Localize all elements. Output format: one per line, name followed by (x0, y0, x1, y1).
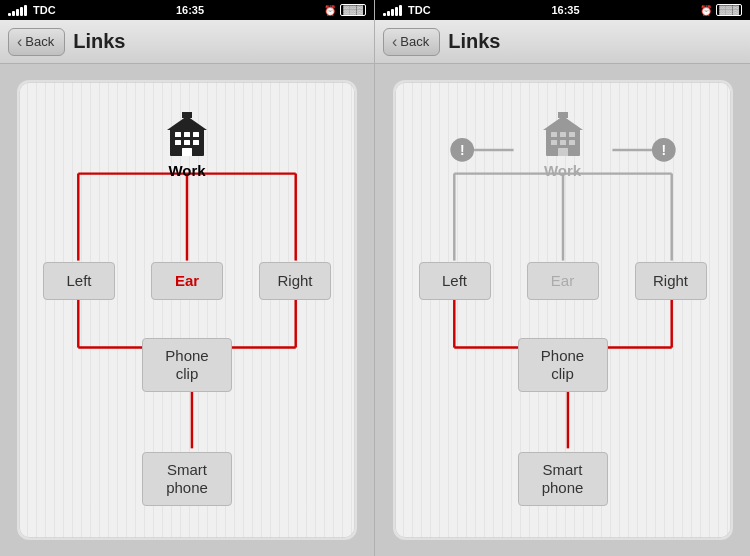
nav-bar-2: ‹ Back Links (375, 20, 750, 64)
bar5-2 (399, 5, 402, 16)
bar4 (20, 7, 23, 16)
bar3-2 (391, 9, 394, 16)
bar3 (16, 9, 19, 16)
svg-marker-36 (543, 116, 583, 130)
svg-rect-39 (560, 132, 566, 137)
work-node-1: Work (162, 110, 212, 179)
screen-1: Work Left Ear Right Phone clip (0, 64, 374, 556)
svg-rect-13 (175, 132, 181, 137)
right-node-1[interactable]: Right (259, 262, 331, 300)
signal-bars-1 (8, 5, 27, 16)
carrier-1: TDC (33, 4, 56, 16)
battery-icon-2: ▓▓▓ (716, 4, 742, 16)
svg-rect-37 (558, 112, 568, 118)
back-label-1: Back (25, 34, 54, 49)
bar4-2 (395, 7, 398, 16)
svg-text:!: ! (661, 142, 666, 158)
svg-rect-40 (569, 132, 575, 137)
alarm-icon-1: ⏰ (324, 5, 336, 16)
time-1: 16:35 (176, 4, 204, 16)
svg-point-31 (450, 138, 474, 162)
smartphone-node-2[interactable]: Smart phone (518, 452, 608, 506)
phoneclip-node-2[interactable]: Phone clip (518, 338, 608, 392)
alarm-icon-2: ⏰ (700, 5, 712, 16)
smartphone-node-1[interactable]: Smart phone (142, 452, 232, 506)
svg-point-33 (651, 138, 675, 162)
work-label-1: Work (168, 162, 205, 179)
signal-bars-2 (383, 5, 402, 16)
screen-2: ! ! (375, 64, 750, 556)
back-label-2: Back (400, 34, 429, 49)
svg-rect-43 (569, 140, 575, 145)
work-label-2: Work (544, 162, 581, 179)
back-arrow-1: ‹ (17, 33, 22, 51)
back-button-2[interactable]: ‹ Back (383, 28, 440, 56)
time-2: 16:35 (551, 4, 579, 16)
diagram-card-1: Work Left Ear Right Phone clip (17, 80, 357, 540)
phone-2: TDC 16:35 ⏰ ▓▓▓ ‹ Back Links (375, 0, 750, 556)
nav-bar-1: ‹ Back Links (0, 20, 374, 64)
svg-rect-14 (184, 132, 190, 137)
carrier-2: TDC (408, 4, 431, 16)
building-icon-1 (162, 110, 212, 160)
building-icon-2 (538, 110, 588, 160)
bar2 (12, 11, 15, 16)
work-node-2: Work (538, 110, 588, 179)
svg-rect-18 (193, 140, 199, 145)
phone-1: TDC 16:35 ⏰ ▓▓▓ ‹ Back Links (0, 0, 375, 556)
battery-icon-1: ▓▓▓ (340, 4, 366, 16)
bar1-2 (383, 13, 386, 16)
svg-rect-15 (193, 132, 199, 137)
bar2-2 (387, 11, 390, 16)
bar1 (8, 13, 11, 16)
back-arrow-2: ‹ (392, 33, 397, 51)
ear-node-2[interactable]: Ear (527, 262, 599, 300)
svg-rect-44 (558, 148, 568, 156)
diagram-inner-2: ! ! (395, 82, 731, 538)
svg-rect-17 (184, 140, 190, 145)
signal-area-2: TDC (383, 4, 431, 16)
status-icons-2: ⏰ ▓▓▓ (700, 4, 742, 16)
status-icons-1: ⏰ ▓▓▓ (324, 4, 366, 16)
status-bar-1: TDC 16:35 ⏰ ▓▓▓ (0, 0, 374, 20)
back-button-1[interactable]: ‹ Back (8, 28, 65, 56)
nav-title-1: Links (73, 30, 125, 53)
svg-rect-12 (182, 112, 192, 118)
status-bar-2: TDC 16:35 ⏰ ▓▓▓ (375, 0, 750, 20)
svg-rect-16 (175, 140, 181, 145)
diagram-inner-1: Work Left Ear Right Phone clip (19, 82, 355, 538)
svg-rect-38 (551, 132, 557, 137)
diagram-card-2: ! ! (393, 80, 733, 540)
signal-area-1: TDC (8, 4, 56, 16)
ear-node-1[interactable]: Ear (151, 262, 223, 300)
left-node-1[interactable]: Left (43, 262, 115, 300)
nav-title-2: Links (448, 30, 500, 53)
svg-marker-11 (167, 116, 207, 130)
svg-rect-42 (560, 140, 566, 145)
svg-rect-41 (551, 140, 557, 145)
phoneclip-node-1[interactable]: Phone clip (142, 338, 232, 392)
right-node-2[interactable]: Right (635, 262, 707, 300)
svg-text:!: ! (459, 142, 464, 158)
left-node-2[interactable]: Left (419, 262, 491, 300)
bar5 (24, 5, 27, 16)
svg-rect-19 (182, 148, 192, 156)
